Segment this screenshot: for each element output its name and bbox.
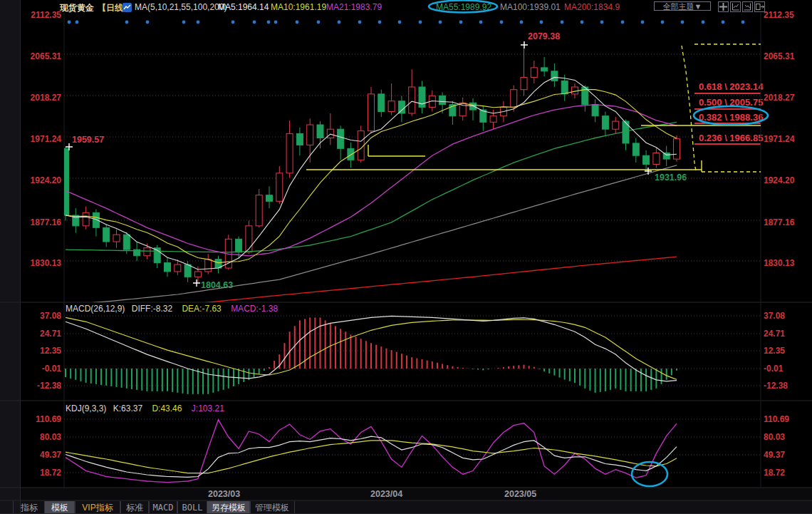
y-axis-label: 1971.24 (764, 134, 794, 144)
event-dot (197, 21, 200, 24)
y-axis-label: 1877.16 (764, 217, 794, 227)
kdj-axis-label: 49.37 (21, 450, 61, 460)
layout-left-icon[interactable] (730, 1, 741, 12)
kdj-panel-header: KDJ(9,3,3) K:63.37 D:43.46 J:103.21 (66, 404, 224, 413)
ma-value-label: MA21:1983.79 (326, 2, 382, 12)
tab-indicator[interactable]: 指标 (13, 501, 46, 514)
y-axis-label: 2112.35 (764, 10, 794, 20)
y-axis-label: 1830.13 (21, 258, 61, 268)
kdj-panel (66, 420, 677, 483)
event-dot (439, 21, 442, 24)
y-axis-label: 2065.31 (21, 51, 61, 61)
event-dot (274, 21, 278, 24)
event-dot (231, 21, 235, 24)
timeline-row: 日线 ▲ (0, 488, 812, 500)
macd-hist-value: MACD:-1.38 (231, 304, 278, 314)
main-price-panel (63, 42, 680, 309)
move-crosshair-icon[interactable] (718, 1, 729, 12)
event-dot (267, 21, 271, 24)
symbol-title: 现货黄金 (60, 2, 94, 14)
macd-axis-label: 37.08 (21, 311, 61, 321)
ma-value-label: MA5:1964.14 (218, 2, 269, 12)
tab-macd[interactable]: MACD (148, 501, 178, 514)
ma-value-label: MA200:1834.9 (564, 2, 620, 12)
ma100-line (66, 165, 677, 305)
theme-selector-button[interactable]: 全部主题▼ (654, 1, 711, 11)
tab-standard[interactable]: 标准 (120, 501, 150, 514)
ma10-line (66, 90, 677, 263)
event-dot (76, 21, 79, 24)
event-dot (398, 21, 402, 24)
event-dot (125, 21, 129, 24)
event-dot (702, 21, 705, 24)
fib-level-label: 0.618 \ 2023.14 (699, 81, 763, 92)
y-axis-label: 1830.13 (764, 258, 794, 268)
fib-level-line (694, 108, 761, 110)
macd-dea-value: DEA:-7.63 (182, 304, 221, 314)
event-dot (459, 21, 463, 24)
macd-axis-label: 12.35 (21, 346, 61, 356)
macd-axis-label: -0.01 (21, 364, 61, 374)
event-dot (561, 21, 564, 24)
y-axis-label: 1924.20 (764, 175, 794, 185)
event-dot (581, 21, 584, 24)
ma-value-label: MA55:1989.92 (436, 2, 491, 12)
event-dot (358, 21, 362, 24)
ma5-line (66, 77, 677, 269)
event-dot (419, 21, 422, 24)
kdj-axis-label: 80.03 (21, 432, 61, 442)
macd-name: MACD(26,12,9) (66, 304, 125, 314)
price-annotation: 1804.63 (201, 280, 233, 290)
trading-app-window: 现货黄金 【日线】 MA(5,10,21,55,100,200) MA5:196… (0, 0, 812, 514)
candlestick-series (63, 42, 680, 284)
kdj-axis-label: 18.72 (764, 468, 785, 478)
kdj-axis-label: 49.37 (764, 450, 785, 460)
kdj-d-value: D:43.46 (152, 404, 182, 413)
event-dot (641, 21, 645, 24)
ma-value-label: MA100:1939.01 (500, 2, 561, 12)
y-axis-label: 2018.27 (764, 93, 794, 103)
ma21-line (66, 105, 677, 256)
event-dot (146, 21, 150, 24)
y-axis-label: 1877.16 (21, 217, 61, 227)
macd-panel (66, 316, 677, 394)
x-axis-date-label: 2023/03 (208, 489, 240, 499)
event-dot (661, 21, 665, 24)
tab-save-template[interactable]: 另存模板 (207, 501, 251, 514)
y-axis-label: 2018.27 (21, 93, 61, 103)
measure-dashed-line (682, 46, 696, 171)
tab-template[interactable]: 模板 (44, 501, 76, 514)
event-dot (540, 21, 543, 24)
event-dot (317, 21, 321, 24)
price-annotation: 2079.38 (528, 31, 560, 41)
event-dot (500, 21, 504, 24)
kdj-axis-label: 110.69 (764, 414, 789, 424)
layout-right-icon[interactable] (742, 1, 753, 12)
y-axis-label: 1924.20 (21, 175, 61, 185)
anchor-cross-icon (645, 168, 652, 175)
tab-manage-template[interactable]: 管理模板 (249, 501, 295, 514)
macd-axis-label: -12.38 (21, 381, 61, 391)
event-dot (338, 21, 341, 24)
kdj-d-line (66, 441, 677, 473)
macd-diff-value: DIFF:-8.32 (132, 304, 172, 314)
event-dot (378, 21, 382, 24)
tab-vip-indicator[interactable]: VIP指标 (74, 501, 121, 514)
macd-axis-label: 12.35 (764, 346, 785, 356)
macd-panel-header: MACD(26,12,9) DIFF:-8.32 DEA:-7.63 MACD:… (66, 304, 278, 314)
event-dot (296, 21, 299, 24)
kdj-axis-label: 110.69 (21, 414, 61, 424)
tab-boll[interactable]: BOLL (177, 501, 208, 514)
event-dot (479, 21, 483, 24)
mini-chart-icon (123, 2, 132, 15)
kdj-axis-label: 18.72 (21, 468, 61, 478)
event-dot (681, 21, 685, 24)
macd-axis-label: 24.71 (764, 329, 785, 339)
chart-canvas (0, 0, 812, 514)
kdj-name: KDJ(9,3,3) (66, 404, 106, 413)
anchor-cross-icon (193, 279, 200, 287)
ma-set-label: MA(5,10,21,55,100,200) (135, 2, 227, 12)
event-dot (600, 21, 604, 24)
y-axis-label: 1971.24 (21, 134, 61, 144)
event-dot (741, 21, 745, 24)
